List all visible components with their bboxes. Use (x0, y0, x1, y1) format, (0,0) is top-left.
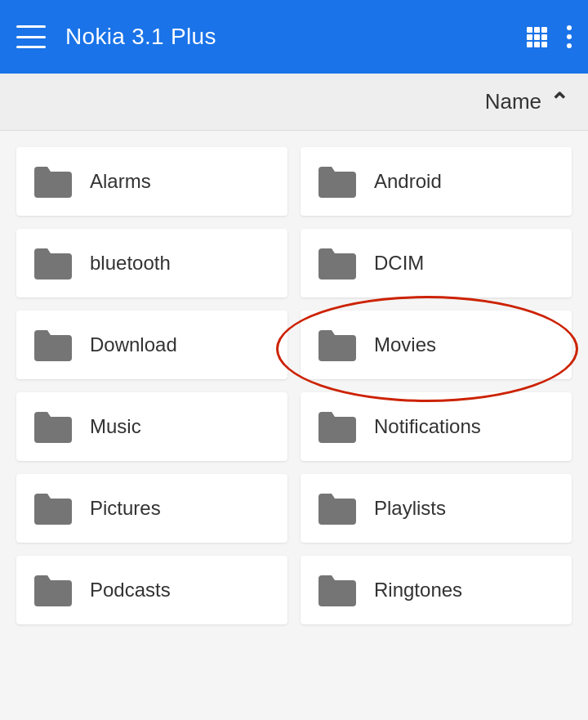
more-vertical-icon (567, 25, 572, 48)
folder-name: Podcasts (90, 579, 171, 601)
folder-item[interactable]: Alarms (16, 147, 287, 216)
folder-item[interactable]: Pictures (16, 474, 287, 543)
folder-icon (315, 409, 358, 445)
folder-name: Download (90, 333, 177, 356)
sort-chevron-icon[interactable]: ⌃ (550, 88, 568, 115)
app-bar: Nokia 3.1 Plus (0, 0, 588, 74)
folder-icon (31, 490, 74, 526)
folder-name: Music (90, 415, 141, 438)
folder-icon (315, 572, 358, 608)
folder-item[interactable]: bluetooth (16, 229, 287, 297)
folder-name: Ringtones (374, 579, 462, 601)
folder-item[interactable]: Podcasts (16, 556, 287, 624)
folder-item[interactable]: Android (301, 147, 572, 216)
folder-name: Android (374, 170, 442, 193)
grid-icon (527, 27, 547, 47)
more-options-button[interactable] (567, 25, 572, 48)
folder-item[interactable]: Notifications (301, 392, 572, 461)
folder-item[interactable]: Download (16, 311, 287, 379)
grid-view-button[interactable] (527, 27, 547, 47)
folder-icon (31, 572, 74, 608)
folder-item[interactable]: DCIM (301, 229, 572, 297)
folder-name: bluetooth (90, 252, 171, 275)
folder-grid: AlarmsAndroidbluetoothDCIMDownloadMovies… (0, 131, 588, 641)
folder-icon (31, 163, 74, 199)
folder-icon (31, 327, 74, 363)
folder-name: Pictures (90, 497, 161, 520)
folder-name: Alarms (90, 170, 151, 193)
sort-header: Name ⌃ (0, 74, 588, 131)
hamburger-icon (16, 25, 46, 48)
folder-icon (31, 245, 74, 281)
folder-name: DCIM (374, 252, 424, 275)
folder-icon (315, 490, 358, 526)
app-bar-title: Nokia 3.1 Plus (65, 24, 507, 50)
folder-item[interactable]: Ringtones (301, 556, 572, 624)
folder-name: Playlists (374, 497, 446, 520)
folder-icon (315, 163, 358, 199)
folder-item[interactable]: Playlists (301, 474, 572, 543)
folder-name: Notifications (374, 415, 481, 438)
folder-name: Movies (374, 333, 436, 356)
folder-icon (315, 245, 358, 281)
sort-label[interactable]: Name (485, 89, 541, 114)
menu-button[interactable] (16, 25, 46, 48)
folder-icon (31, 409, 74, 445)
folder-item[interactable]: Music (16, 392, 287, 461)
folder-icon (315, 327, 358, 363)
folder-item[interactable]: Movies (301, 311, 572, 379)
